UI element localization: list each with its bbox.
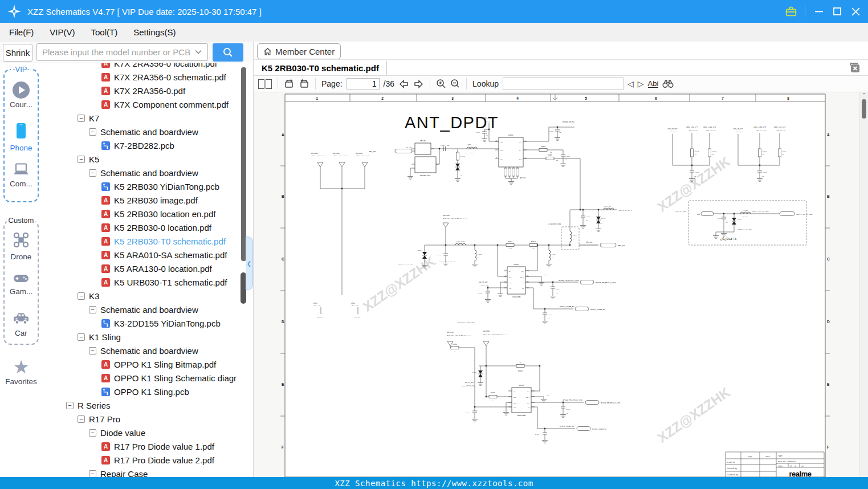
scroll-up-icon[interactable]: ⌃ (861, 93, 867, 97)
close-tab-icon[interactable] (849, 62, 860, 73)
menu-item-filef[interactable]: File(F) (9, 27, 34, 37)
titlebar-separator (805, 6, 805, 17)
tree-node[interactable]: −K1 Sling (43, 330, 242, 344)
collapse-icon[interactable]: − (89, 306, 96, 313)
rotate-right-icon[interactable] (299, 79, 309, 89)
pdf-file-icon: A (101, 264, 110, 273)
collapse-icon[interactable]: − (66, 402, 74, 409)
rail-item-game[interactable]: Gam... (5, 274, 38, 296)
menu-item-settingss[interactable]: Settings(S) (133, 27, 176, 37)
svg-text:A: A (104, 457, 108, 463)
tree-node[interactable]: −R17 Pro (43, 412, 242, 426)
collapse-icon[interactable]: − (78, 115, 85, 122)
binoculars-icon[interactable] (662, 79, 674, 88)
viewer-scrollbar[interactable]: ⌃ (859, 92, 868, 477)
tree-node[interactable]: −Diode value (43, 426, 242, 439)
tree-node[interactable]: −K3 (43, 289, 242, 303)
vip-briefcase-icon[interactable] (782, 0, 800, 23)
rail-item-course[interactable]: Cour... (5, 82, 38, 109)
collapse-icon[interactable]: − (89, 470, 96, 478)
tree-node[interactable]: −Repair Case (43, 467, 242, 478)
viewer-scrollbar-thumb[interactable] (862, 99, 866, 119)
shrink-button[interactable]: Shrink (3, 44, 32, 62)
tree-item[interactable]: AOPPO K1 Sling Schematic diagr (43, 371, 242, 385)
tree-item[interactable]: AK7X Component comment.pdf (43, 97, 242, 111)
svg-text:0.2P: 0.2P (508, 248, 512, 250)
tree-node[interactable]: −Schematic and boardview (43, 303, 242, 316)
minimize-button[interactable] (810, 0, 828, 23)
collapse-icon[interactable]: − (89, 169, 96, 177)
find-prev-icon[interactable]: ◁ (627, 80, 634, 88)
tree-item[interactable]: AK5 2RB030 image.pdf (43, 193, 242, 207)
tree-node[interactable]: −Schematic and boardview (43, 344, 242, 357)
svg-text:VBB2_L8C_1P8: VBB2_L8C_1P8 (774, 127, 785, 128)
rail-item-favorites[interactable]: ★ Favorites (5, 358, 38, 386)
rail-item-drone[interactable]: Drone (5, 231, 38, 261)
laptop-icon (13, 163, 29, 176)
find-next-icon[interactable]: ▷ (638, 80, 644, 88)
match-case-button[interactable]: Abi (648, 80, 659, 88)
tree-item[interactable]: K7-2BD282.pcb (43, 138, 242, 152)
page-number-input[interactable] (347, 78, 380, 89)
tree-item[interactable]: AK5 URB030-T1 schematic.pdf (43, 275, 242, 289)
collapse-icon[interactable]: − (89, 128, 96, 136)
tree-item-label: K5 URB030-T1 schematic.pdf (114, 278, 227, 287)
rail-item-phone[interactable]: Phone (5, 123, 38, 152)
collapse-icon[interactable]: − (89, 347, 96, 354)
rail-item-car[interactable]: Car (5, 312, 38, 337)
two-page-view-icon[interactable] (258, 79, 272, 89)
prev-page-icon[interactable] (398, 79, 409, 89)
tab-schematic-pdf[interactable]: K5 2RB030-T0 schematic.pdf (254, 60, 387, 76)
collapse-icon[interactable]: − (78, 333, 85, 341)
menu-item-toolt[interactable]: Tool(T) (91, 27, 118, 37)
search-row: Shrink (0, 42, 253, 63)
rotate-left-icon[interactable] (284, 79, 295, 89)
tree-item[interactable]: AK5 ARA010-SA schematic.pdf (43, 248, 242, 262)
collapse-icon[interactable]: − (78, 156, 85, 163)
svg-text:GNDT111_DRX_5KA_TEST: GNDT111_DRX_5KA_TEST (752, 211, 769, 213)
svg-text:VBB2_L5A_2P7: VBB2_L5A_2P7 (483, 117, 495, 119)
tree-item[interactable]: AK7X 2RA356-0.pdf (43, 84, 242, 97)
tree-item[interactable]: AK5 2RB030-T0 schematic.pdf (43, 234, 242, 248)
collapse-icon[interactable]: − (78, 292, 85, 300)
tree-scrollbar[interactable] (241, 67, 246, 261)
tree-item[interactable]: AK7X 2RA356-0 schematic.pdf (43, 70, 242, 84)
tree-item[interactable]: AK5 ARA130-0 location.pdf (43, 262, 242, 275)
chevron-down-icon[interactable] (194, 48, 202, 56)
tree-item[interactable]: AR17 Pro Diode value 2.pdf (43, 453, 242, 467)
tree-node[interactable]: −Schematic and boardview (43, 166, 242, 180)
tree-item[interactable]: AR17 Pro Diode value 1.pdf (43, 439, 242, 453)
lookup-input[interactable] (503, 78, 624, 90)
tree-item[interactable]: AK7X 2RA356-0 location.pdf (43, 63, 242, 70)
menu-item-vipv[interactable]: VIP(V) (50, 27, 75, 37)
tree-node[interactable]: −Schematic and boardview (43, 125, 242, 138)
tree-item[interactable]: K3-2DD155 YiDianTong.pcb (43, 316, 242, 330)
search-button[interactable] (213, 43, 243, 62)
tree-node[interactable]: −K5 (43, 152, 242, 166)
svg-text:101: 101 (541, 439, 544, 441)
svg-text:ANT1010: ANT1010 (447, 332, 454, 333)
member-center-button[interactable]: Member Center (257, 43, 341, 59)
pdf-canvas[interactable]: XZZ@XZZHKXZZ@XZZHKXZZ@XZZHK12345678AABBC… (254, 92, 868, 477)
svg-text:1S011 1R1-: 1S011 1R1- (351, 305, 360, 307)
tree-item[interactable]: AOPPO K1 Sling Bitmap.pdf (43, 357, 242, 371)
tree-node[interactable]: −R Series (43, 398, 242, 412)
star-icon: ★ (5, 358, 38, 376)
next-page-icon[interactable] (413, 79, 424, 89)
maximize-button[interactable] (828, 0, 846, 23)
model-search-input[interactable] (36, 43, 208, 61)
zoom-out-icon[interactable] (450, 79, 461, 89)
tree-item[interactable]: AK5 2RB030-0 location.pdf (43, 221, 242, 234)
svg-text:of: of (790, 465, 792, 467)
tree-item[interactable]: K5 2RB030 YiDianTong.pcb (43, 180, 242, 193)
collapse-icon[interactable]: − (89, 429, 96, 437)
zoom-in-icon[interactable] (436, 79, 446, 89)
tree-node[interactable]: −K7 (43, 111, 242, 125)
svg-text:R1003: R1003 (541, 146, 545, 148)
tree-item[interactable]: AK5 2RB030 location en.pdf (43, 207, 242, 221)
panel-collapse-handle[interactable]: ❮ (246, 237, 253, 290)
collapse-icon[interactable]: − (78, 415, 85, 423)
close-button[interactable] (846, 0, 865, 23)
rail-item-computer[interactable]: Com... (5, 163, 38, 188)
tree-item[interactable]: OPPO K1 Sling.pcb (43, 385, 242, 398)
